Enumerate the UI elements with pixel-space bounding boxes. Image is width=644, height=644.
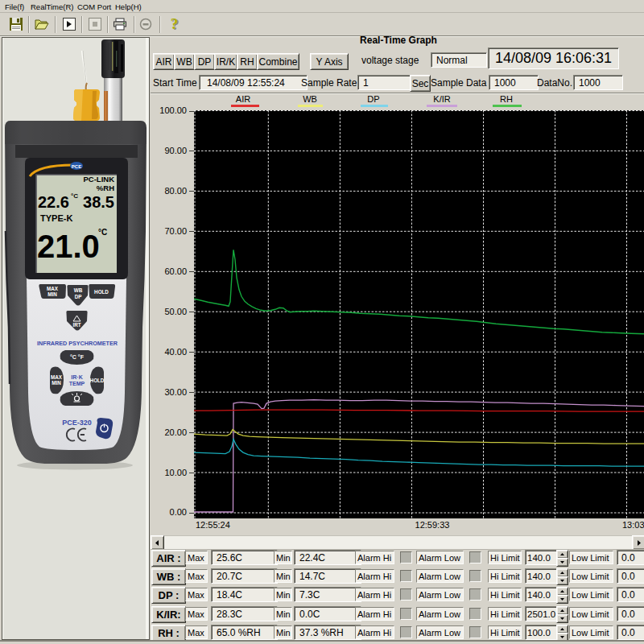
svg-text:MIN: MIN	[47, 291, 57, 297]
svg-text:%RH: %RH	[97, 184, 114, 192]
svg-text:INFRARED PSYCHROMETER: INFRARED PSYCHROMETER	[37, 340, 118, 347]
svg-text:WB: WB	[74, 287, 83, 293]
svg-text:22.6: 22.6	[38, 193, 69, 211]
svg-text:HOLD: HOLD	[90, 378, 105, 383]
svg-text:PC-LINK: PC-LINK	[83, 175, 114, 184]
svg-text:TYPE-K: TYPE-K	[40, 213, 72, 223]
svg-text:°C: °C	[71, 192, 78, 200]
svg-text:°C °F: °C °F	[70, 354, 85, 360]
svg-text:IR·K: IR·K	[71, 374, 82, 380]
svg-text:38.5: 38.5	[83, 193, 114, 211]
svg-text:HOLD: HOLD	[94, 289, 109, 295]
svg-text:MIN: MIN	[52, 380, 61, 386]
svg-text:TEMP: TEMP	[69, 381, 85, 386]
svg-text:DP: DP	[75, 294, 82, 299]
svg-text:?: ?	[171, 15, 179, 32]
svg-text:°C: °C	[98, 228, 107, 237]
svg-text:21.0: 21.0	[37, 229, 100, 264]
svg-text:PCE: PCE	[72, 164, 81, 169]
svg-text:IRT: IRT	[72, 322, 80, 328]
svg-text:MAX: MAX	[51, 374, 63, 380]
svg-text:PCE-320: PCE-320	[62, 419, 92, 427]
svg-text:MAX: MAX	[47, 286, 59, 291]
